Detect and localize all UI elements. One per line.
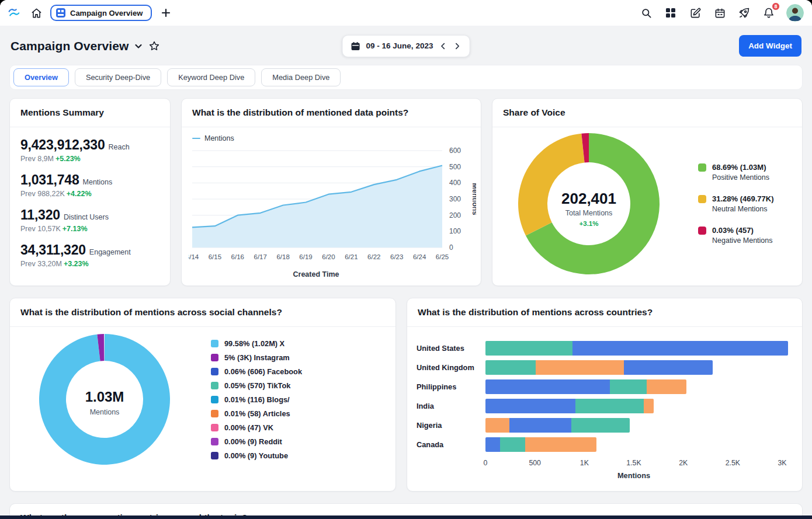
bar-segment[interactable] xyxy=(571,418,630,433)
legend-swatch xyxy=(211,438,218,445)
x-axis: 05001K1.5K2K2.5K3K xyxy=(485,454,782,467)
x-tick: 3K xyxy=(778,459,786,467)
legend-label: Neutral Mentions xyxy=(712,205,774,213)
add-widget-button[interactable]: Add Widget xyxy=(739,35,801,57)
bar-segment[interactable] xyxy=(572,341,788,356)
title-chevron-down-icon[interactable] xyxy=(134,41,143,51)
bar-segment[interactable] xyxy=(644,399,654,413)
legend-item-tiktok[interactable]: 0.05% (570) TikTok xyxy=(211,381,302,390)
bar-segment[interactable] xyxy=(575,399,644,413)
channels-distribution-widget: What is the distribution of mentions acr… xyxy=(9,298,396,492)
legend-item-positive-mentions[interactable]: 68.69% (1.03M)Positive Mentions xyxy=(698,163,774,182)
widgets-row-2: What is the distribution of mentions acr… xyxy=(9,298,803,492)
legend-label: 99.58% (1.02M) X xyxy=(224,339,284,348)
country-bar xyxy=(485,360,782,375)
metric-prev: Prev 8,9M xyxy=(20,155,54,163)
metric-engagement: 34,311,320EngagementPrev 33,20M+3.23% xyxy=(20,242,159,268)
bar-segment[interactable] xyxy=(525,437,596,452)
bar-segment[interactable] xyxy=(536,360,624,375)
bar-segment[interactable] xyxy=(624,360,713,375)
calendar-icon[interactable] xyxy=(713,6,727,20)
app-window: Campaign Overview 8 xyxy=(0,0,812,519)
legend-item-neutral-mentions[interactable]: 31.28% (469.77K)Neutral Mentions xyxy=(698,194,774,213)
legend-item-facebook[interactable]: 0.06% (606) Facebook xyxy=(211,367,302,376)
country-label: United States xyxy=(417,344,485,353)
page-header: Campaign Overview 09 - 16 June, 2023 Add… xyxy=(0,26,812,64)
view-tabs: OverviewSecurity Deep-DiveKeyword Deep D… xyxy=(9,65,803,90)
view-tab-keyword-deep-dive[interactable]: Keyword Deep Dive xyxy=(167,68,255,86)
widget-title: What is the distribution of mentioned da… xyxy=(182,99,481,127)
legend-value: 0.03% (457) xyxy=(712,226,773,235)
legend-swatch xyxy=(211,382,218,389)
metric-reach: 9,423,912,330ReachPrev 8,9M+5.23% xyxy=(20,137,159,163)
legend-item-reddit[interactable]: 0.00% (9) Reddit xyxy=(211,437,302,446)
legend-label: 5% (3K) Instagram xyxy=(224,353,290,362)
date-prev-icon[interactable] xyxy=(439,42,447,50)
compose-icon[interactable] xyxy=(688,6,702,20)
country-label: Canada xyxy=(417,440,485,449)
countries-chart: United StatesUnited KingdomPhilippinesIn… xyxy=(407,327,802,480)
date-range-picker[interactable]: 09 - 16 June, 2023 xyxy=(342,35,470,57)
view-tab-overview[interactable]: Overview xyxy=(13,68,69,86)
bar-segment[interactable] xyxy=(485,360,536,375)
y-axis-label: Mentions xyxy=(471,183,476,215)
share-of-voice-chart: 202,401Total Mentions+3.1% 68.69% (1.03M… xyxy=(492,127,802,277)
legend-item-youtube[interactable]: 0.00% (9) Youtube xyxy=(211,451,302,460)
workspace-tab-label: Campaign Overview xyxy=(70,9,143,18)
workspace-tab[interactable]: Campaign Overview xyxy=(50,5,152,21)
metric-value: 11,320 xyxy=(20,207,60,223)
bar-segment[interactable] xyxy=(485,399,575,413)
bottom-strip xyxy=(0,515,812,519)
calendar-small-icon xyxy=(351,41,360,51)
y-tick: 500 xyxy=(449,163,461,171)
apps-grid-icon[interactable] xyxy=(664,6,678,20)
x-tick: 6/24 xyxy=(413,253,426,260)
country-row-canada: Canada xyxy=(417,435,782,454)
metric-delta: +5.23% xyxy=(55,155,81,163)
bar-segment[interactable] xyxy=(509,418,572,433)
view-tab-security-deep-dive[interactable]: Security Deep-Dive xyxy=(75,68,161,86)
bar-segment[interactable] xyxy=(610,379,647,394)
legend-value: 31.28% (469.77K) xyxy=(712,194,774,203)
home-icon[interactable] xyxy=(29,6,43,20)
sprinklr-logo[interactable] xyxy=(8,6,22,20)
date-next-icon[interactable] xyxy=(453,42,461,50)
bar-segment[interactable] xyxy=(485,418,509,433)
bar-segment[interactable] xyxy=(485,437,500,452)
x-tick: 6/19 xyxy=(299,253,312,260)
notifications-bell-icon[interactable]: 8 xyxy=(762,6,776,20)
bar-segment[interactable] xyxy=(485,341,572,356)
donut-slice-neutral-mentions[interactable] xyxy=(518,134,585,236)
legend-item-negative-mentions[interactable]: 0.03% (457)Negative Mentions xyxy=(698,226,774,245)
country-bar xyxy=(485,379,782,394)
rocket-icon[interactable] xyxy=(737,6,751,20)
notification-badge: 8 xyxy=(772,2,780,11)
bar-segment[interactable] xyxy=(485,379,610,394)
legend-item-blogs[interactable]: 0.01% (116) Blogs/ xyxy=(211,395,302,404)
legend-item-instagram[interactable]: 5% (3K) Instagram xyxy=(211,353,302,362)
country-row-united-kingdom: United Kingdom xyxy=(417,358,782,377)
channels-chart: 1.03MMentions 99.58% (1.02M) X5% (3K) In… xyxy=(10,327,395,468)
legend-item-x[interactable]: 99.58% (1.02M) X xyxy=(211,339,302,348)
bar-segment[interactable] xyxy=(500,437,525,452)
donut-center-value: 202,401 xyxy=(561,190,616,207)
legend-item-articles[interactable]: 0.01% (58) Articles xyxy=(211,409,302,418)
metrics-list: 9,423,912,330ReachPrev 8,9M+5.23%1,031,7… xyxy=(10,127,170,278)
legend-swatch xyxy=(211,354,218,361)
legend-label: Mentions xyxy=(204,134,234,142)
legend-label: 0.01% (58) Articles xyxy=(224,409,290,418)
country-row-united-states: United States xyxy=(417,339,782,358)
x-tick: 6/20 xyxy=(322,253,335,260)
line-chart: 01002003004005006006/146/156/166/176/186… xyxy=(189,145,476,270)
bar-segment[interactable] xyxy=(647,379,686,394)
search-icon[interactable] xyxy=(639,6,653,20)
chart-legend[interactable]: Mentions xyxy=(189,132,477,145)
favorite-star-icon[interactable] xyxy=(148,40,160,52)
legend-item-vk[interactable]: 0.00% (47) VK xyxy=(211,423,302,432)
new-tab-plus-icon[interactable] xyxy=(159,6,173,20)
donut-center-label: Total Mentions xyxy=(565,209,613,217)
user-avatar[interactable] xyxy=(786,4,804,22)
date-range-label: 09 - 16 June, 2023 xyxy=(366,41,433,50)
legend-swatch xyxy=(211,396,218,403)
view-tab-media-deep-dive[interactable]: Media Deep Dive xyxy=(261,68,341,86)
